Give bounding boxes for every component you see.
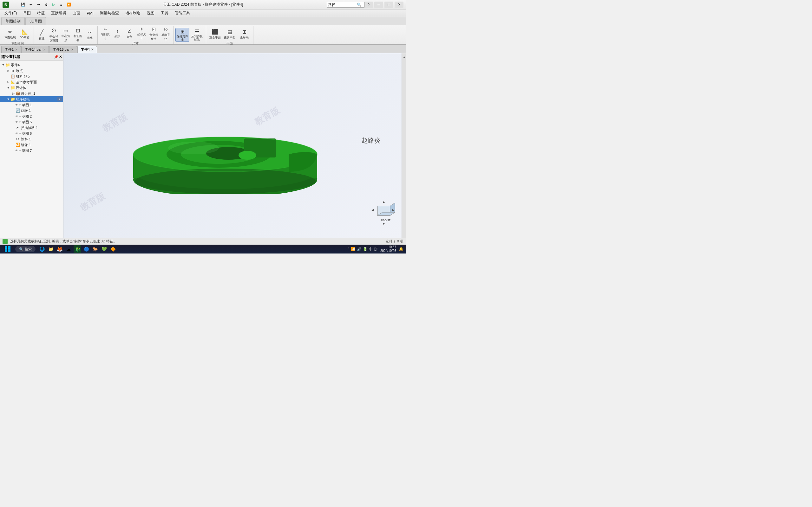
tab-part15[interactable]: 零件15.par ✕ xyxy=(49,46,77,53)
3d-sketch-button[interactable]: 📐 3D草图 xyxy=(18,26,32,41)
tree-item-sketch6[interactable]: 👁 ✏ 草图 6 xyxy=(0,130,63,136)
close-button[interactable]: ✕ xyxy=(395,2,403,8)
tree-item-material[interactable]: 📋 材料 (无) xyxy=(0,73,63,79)
taskbar-app3[interactable]: 💚 xyxy=(100,245,108,253)
sys-tray-up-arrow[interactable]: ^ xyxy=(348,247,350,251)
menu-tools[interactable]: 工具 xyxy=(158,10,171,16)
tree-item-sketch5[interactable]: 👁 ✏ 草图 5 xyxy=(0,119,63,125)
keep-align-button[interactable]: ⊞ 保持对齐集 xyxy=(175,28,189,42)
tree-item-sketch2[interactable]: 👁 ✏ 草图 2 xyxy=(0,113,63,119)
tab-part1-close[interactable]: ✕ xyxy=(15,48,17,51)
menu-file[interactable]: 文件(F) xyxy=(1,10,20,16)
tab-part15-close[interactable]: ✕ xyxy=(71,48,73,51)
menu-surface[interactable]: 曲面 xyxy=(69,10,84,16)
tab-part14-close[interactable]: ✕ xyxy=(43,48,45,51)
sym-diameter-button[interactable]: ⊙ 对称直径 xyxy=(160,26,171,41)
menu-smart-tools[interactable]: 智能工具 xyxy=(171,10,193,16)
taskbar-explorer[interactable]: 📁 xyxy=(47,245,55,253)
more-planes-button[interactable]: ▤ 更多平面 xyxy=(223,26,237,41)
tree-arrow-refplanes[interactable]: ▷ xyxy=(6,80,10,83)
undo-button[interactable]: ↩ xyxy=(27,1,34,8)
rectangle-button[interactable]: ▭ 中心矩形 xyxy=(60,28,71,42)
tree-item-rotate1[interactable]: 🔄 旋转 1 xyxy=(0,108,63,113)
tree-arrow-seq-modeling[interactable]: ▼ xyxy=(6,98,10,101)
tree-arrow-origin[interactable]: ▷ xyxy=(6,69,10,72)
menu-view[interactable]: 视图 xyxy=(144,10,158,16)
tree-item-sketch1[interactable]: 👁 ✏ 草图 1 xyxy=(0,102,63,108)
taskbar-search[interactable]: 🔍 搜索 xyxy=(15,246,36,252)
sys-tray-volume[interactable]: 🔊 xyxy=(357,247,362,251)
tree-arrow-designbody1[interactable]: ▷ xyxy=(11,92,15,95)
sys-tray-lang[interactable]: 中 xyxy=(369,246,373,252)
tree-item-refplanes[interactable]: ▷ 📐 基本参考平面 xyxy=(0,79,63,85)
line-button[interactable]: ╱ 直线 xyxy=(36,28,47,42)
minimize-button[interactable]: ─ xyxy=(374,2,383,8)
print-button[interactable]: 🖨 xyxy=(43,1,49,8)
sys-tray-notification[interactable]: 🔔 xyxy=(399,247,403,251)
panel-pin-icon[interactable]: 📌 xyxy=(54,55,58,59)
taskbar-app2[interactable]: 🐎 xyxy=(91,245,99,253)
search-icon[interactable]: 🔍 xyxy=(357,3,362,7)
tree-item-sketch7[interactable]: 👁 ✏ 草图 7 xyxy=(0,148,63,153)
tab-part14[interactable]: 零件14.par ✕ xyxy=(21,46,49,53)
tree-item-part4[interactable]: ▼ 📁 零件4 xyxy=(0,62,63,68)
maximize-button[interactable]: □ xyxy=(385,2,393,8)
tree-item-designbody1[interactable]: ▷ 📦 设计体_1 xyxy=(0,91,63,96)
taskbar-firefox[interactable]: 🦊 xyxy=(56,245,63,253)
sidebar-expand-icon[interactable]: ◀ xyxy=(403,56,405,59)
smart-dim-button[interactable]: ↔ 智能尺寸 xyxy=(100,26,111,41)
tree-item-seq-modeling[interactable]: ▼ 📁 顺序建模 ≡ xyxy=(0,96,63,102)
angle-coord-button[interactable]: ⊡ 角坐标尺寸 xyxy=(148,26,159,41)
panel-close-icon[interactable]: ✕ xyxy=(59,55,62,59)
coordinate-system-button[interactable]: ⊞ 坐标系 xyxy=(237,26,251,41)
view-cube[interactable]: FRONT ▲ ◀ ▶ ▼ xyxy=(371,200,397,225)
sketch-draw-button[interactable]: ✏ 草图绘制 xyxy=(3,26,17,41)
remove-align-button[interactable]: ☰ 从对齐集移除 xyxy=(190,28,204,42)
dropdown-button[interactable]: 🔽 xyxy=(65,1,72,8)
tree-item-origin[interactable]: ▷ ⊕ 原点 xyxy=(0,68,63,73)
viewport[interactable]: 教育版 教育版 教育版 教育版 赵路炎 xyxy=(63,53,406,238)
3d-model[interactable] xyxy=(130,86,320,194)
angle-button[interactable]: ∠ 夹角 xyxy=(124,26,135,41)
coincident-plane-button[interactable]: ⬛ 重合平面 xyxy=(208,26,222,41)
taskbar-app1[interactable]: 🔵 xyxy=(83,245,90,253)
circle-button[interactable]: ⊙ 中心和点画圆 xyxy=(48,28,59,42)
menu-additive[interactable]: 增材制造 xyxy=(122,10,144,16)
tab-part1[interactable]: 零件1 ✕ xyxy=(1,46,21,53)
run-button[interactable]: ▷ xyxy=(50,1,57,8)
taskbar-browser[interactable]: 🌐 xyxy=(38,245,46,253)
menu-direct-edit[interactable]: 直接编辑 xyxy=(48,10,69,16)
coord-dim-button[interactable]: ⌖ 坐标尺寸 xyxy=(136,26,147,41)
tree-item-sweep1[interactable]: ✂ 扫描除料 1 xyxy=(0,125,63,130)
spacing-button[interactable]: ↕ 间距 xyxy=(112,26,123,41)
save-button[interactable]: 💾 xyxy=(20,1,27,8)
curve-button[interactable]: 〰 曲线 xyxy=(84,28,96,42)
tab-part4[interactable]: 零件4 ✕ xyxy=(78,46,97,53)
help-button[interactable]: ? xyxy=(364,2,373,8)
tree-arrow-designbody[interactable]: ▼ xyxy=(6,86,10,89)
taskbar-cad-app[interactable]: 🐉 xyxy=(73,245,81,253)
tree-item-cut1[interactable]: ✂ 除料 1 xyxy=(0,136,63,142)
taskbar-cloud[interactable]: ☁ xyxy=(65,245,72,253)
redo-button[interactable]: ↪ xyxy=(35,1,42,8)
menu-button[interactable]: ≡ xyxy=(58,1,65,8)
sys-tray-network[interactable]: 📶 xyxy=(351,247,356,251)
menu-pmi[interactable]: PMI xyxy=(84,10,96,16)
tree-arrow-part4[interactable]: ▼ xyxy=(1,63,5,66)
menu-single-drawing[interactable]: 单图 xyxy=(20,10,34,16)
sys-tray-battery[interactable]: 🔋 xyxy=(363,247,368,251)
start-button[interactable] xyxy=(3,245,13,252)
tab-sketch-drawing[interactable]: 草图绘制 xyxy=(1,17,25,25)
taskbar-app4[interactable]: 🔶 xyxy=(109,245,117,253)
search-input[interactable] xyxy=(328,3,357,7)
tab-part4-close[interactable]: ✕ xyxy=(91,48,94,51)
tab-3d-sketch[interactable]: 3D草图 xyxy=(26,17,46,25)
menu-feature[interactable]: 特征 xyxy=(34,10,48,16)
menu-measure[interactable]: 测量与检查 xyxy=(97,10,122,16)
search-bar[interactable]: 🔍 xyxy=(327,2,365,8)
sys-tray-input[interactable]: 拼 xyxy=(374,246,378,252)
tree-item-mirror1[interactable]: 🔁 镜像 1 xyxy=(0,142,63,148)
tree-item-designbody[interactable]: ▼ 📁 设计体 xyxy=(0,85,63,91)
arc-button[interactable]: ⊡ 相切圆弧 xyxy=(72,28,84,42)
clock[interactable]: 10:37 2024/10/26 xyxy=(379,245,397,253)
